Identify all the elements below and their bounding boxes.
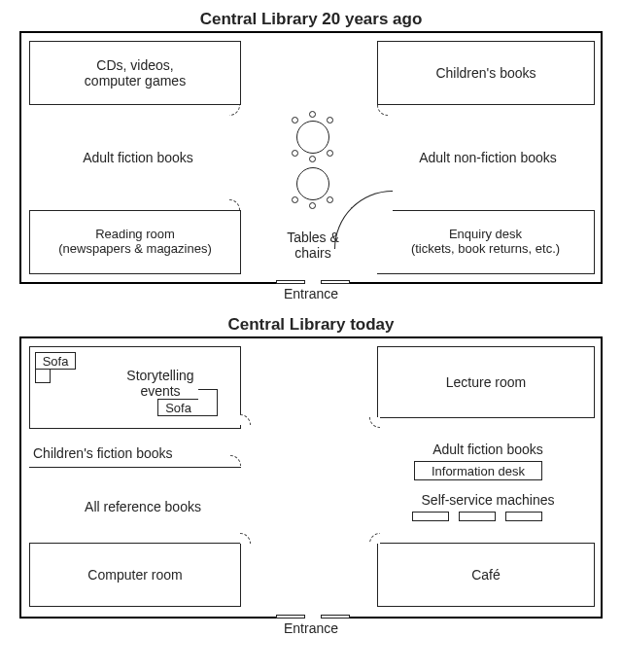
table-icon [296,167,329,200]
computer-room-label: Computer room [87,567,182,583]
room-adult-nonfiction: Adult non-fiction books [386,150,590,165]
sofa-1-label: Sofa [43,354,69,369]
entrance-door-icon [276,280,305,284]
room-enquiry: Enquiry desk (tickets, book returns, etc… [377,210,595,274]
room-children: Children's books [377,41,595,105]
entrance-after-label: Entrance [8,620,614,636]
self-service-label: Self-service machines [391,492,585,508]
chair-icon [292,150,298,157]
room-cds: CDs, videos, computer games [29,41,241,105]
lecture-label: Lecture room [446,374,526,390]
adult-fiction-label: Adult fiction books [83,150,193,165]
chair-icon [309,202,316,209]
entrance-door-icon [321,280,350,284]
cafe-label: Café [471,567,501,583]
chair-icon [309,156,316,162]
sofa-2b-label: Sofa [165,401,191,415]
room-children-label: Children's books [435,65,536,81]
enquiry-label: Enquiry desk (tickets, book returns, etc… [411,228,560,257]
adult-fiction-after-label: Adult fiction books [391,442,585,457]
entrance-door-icon [276,615,305,619]
room-adult-fiction: Adult fiction books [41,150,235,165]
all-reference-text: All reference books [85,499,201,514]
sofa-l-shape-icon [198,389,218,416]
adult-fiction-after-text: Adult fiction books [432,442,543,457]
chair-icon [309,111,316,118]
self-service-text: Self-service machines [422,492,555,508]
info-desk-label: Information desk [432,464,525,478]
room-computer: Computer room [29,543,241,607]
sofa-l-shape-icon [35,370,51,383]
machine-icon [505,512,542,521]
children-fiction-label: Children's fiction books [33,445,237,461]
room-cafe: Café [377,543,595,607]
entrance-door-icon [321,615,350,619]
information-desk: Information desk [414,461,542,480]
partition-line [29,467,241,468]
storytelling-text: Storytelling events [126,368,193,399]
machine-icon [459,512,496,521]
children-fiction-text: Children's fiction books [33,445,173,461]
sofa-1: Sofa [35,352,76,370]
table-icon [296,121,329,154]
room-reading: Reading room (newspapers & magazines) [29,210,241,274]
room-cds-label: CDs, videos, computer games [85,57,186,88]
sofa-2b: Sofa [157,399,198,416]
chair-icon [292,196,298,203]
plan-before: CDs, videos, computer games Children's b… [19,31,603,284]
machine-icon [412,512,449,521]
chair-icon [327,150,333,157]
adult-nonfiction-label: Adult non-fiction books [419,150,557,165]
all-reference-label: All reference books [51,499,235,514]
plan-after-title: Central Library today [8,315,614,335]
reading-label: Reading room (newspapers & magazines) [58,228,212,257]
chair-icon [327,196,333,203]
room-lecture: Lecture room [377,346,595,418]
enquiry-top-line [393,210,595,211]
entrance-before-label: Entrance [8,286,614,301]
chair-icon [292,117,298,124]
tables-text: Tables & chairs [287,230,339,261]
plan-after: Sofa Storytelling events Sofa Sofa Lectu… [19,336,603,619]
chair-icon [327,117,333,124]
plan-before-title: Central Library 20 years ago [8,10,614,29]
